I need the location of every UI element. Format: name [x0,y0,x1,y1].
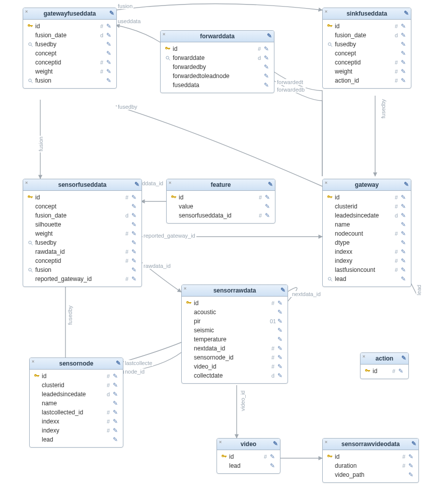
pencil-icon[interactable]: ✎ [106,31,113,40]
pencil-icon[interactable]: ✎ [131,220,138,229]
column-row[interactable]: id#✎ [25,193,139,202]
column-row[interactable]: pir01✎ [184,317,286,326]
pencil-icon[interactable]: ✎ [131,238,138,247]
pencil-icon[interactable]: ✎ [270,461,277,470]
pencil-icon[interactable]: ✎ [113,435,120,444]
column-row[interactable]: id#✎ [32,372,121,381]
column-row[interactable]: indexy#✎ [325,256,409,265]
column-row[interactable]: concept✎ [25,202,139,211]
column-row[interactable]: indexx#✎ [32,417,121,426]
pencil-icon[interactable]: ✎ [277,353,284,362]
pencil-icon[interactable]: ✎ [401,211,408,220]
close-icon[interactable]: × [219,440,222,445]
table-header[interactable]: × action ✎ [361,353,408,365]
pencil-icon[interactable]: ✎ [131,274,138,283]
pencil-icon[interactable]: ✎ [131,265,138,274]
column-row[interactable]: concept✎ [25,49,114,58]
close-icon[interactable]: × [169,180,171,185]
column-row[interactable]: forwarddated✎ [163,53,272,62]
table-action[interactable]: × action ✎ id#✎ [360,352,409,379]
pencil-icon[interactable]: ✎ [277,326,284,335]
pencil-icon[interactable]: ✎ [113,372,120,381]
column-row[interactable]: forwardedtoleadnode✎ [163,71,272,81]
table-header[interactable]: × sinkfuseddata ✎ [323,8,411,20]
column-row[interactable]: dtype✎ [325,238,409,247]
column-row[interactable]: conceptid#✎ [25,256,139,265]
table-header[interactable]: × sensornode ✎ [30,358,123,370]
pencil-icon[interactable]: ✎ [280,286,286,294]
pencil-icon[interactable]: ✎ [106,49,113,58]
pencil-icon[interactable]: ✎ [116,359,121,367]
column-row[interactable]: conceptid#✎ [325,58,409,67]
column-row[interactable]: reported_gateway_id#✎ [25,274,139,283]
pencil-icon[interactable]: ✎ [401,49,408,58]
pencil-icon[interactable]: ✎ [131,211,138,220]
pencil-icon[interactable]: ✎ [131,193,138,202]
pencil-icon[interactable]: ✎ [401,193,408,202]
pencil-icon[interactable]: ✎ [401,40,408,49]
pencil-icon[interactable]: ✎ [113,417,120,426]
pencil-icon[interactable]: ✎ [401,67,408,76]
pencil-icon[interactable]: ✎ [265,193,272,202]
table-forwarddata[interactable]: × forwarddata ✎ id#✎forwarddated✎forward… [160,30,274,93]
pencil-icon[interactable]: ✎ [277,371,284,380]
table-header[interactable]: × sensorfuseddata ✎ [23,179,141,191]
table-feature[interactable]: × feature ✎ id#✎value✎sensorfuseddata_id… [166,179,275,224]
column-row[interactable]: sensornode_id#✎ [184,353,286,362]
column-row[interactable]: fusion✎ [25,265,139,274]
close-icon[interactable]: × [163,32,165,37]
column-row[interactable]: fusion✎ [25,76,114,85]
close-icon[interactable]: × [363,354,365,359]
pencil-icon[interactable]: ✎ [401,76,408,85]
pencil-icon[interactable]: ✎ [267,32,272,39]
pencil-icon[interactable]: ✎ [106,67,113,76]
close-icon[interactable]: × [25,9,28,14]
pencil-icon[interactable]: ✎ [109,10,114,17]
pencil-icon[interactable]: ✎ [401,265,408,274]
table-sinkfuseddata[interactable]: × sinkfuseddata ✎ id#✎fusion_dated✎fused… [322,8,411,89]
column-row[interactable]: id#✎ [325,193,409,202]
column-row[interactable]: lead✎ [219,461,278,470]
pencil-icon[interactable]: ✎ [401,58,408,67]
pencil-icon[interactable]: ✎ [277,344,284,353]
column-row[interactable]: fusedby✎ [25,238,139,247]
column-row[interactable]: lead✎ [32,435,121,444]
column-row[interactable]: fuseddata✎ [163,81,272,90]
column-row[interactable]: collectdated✎ [184,371,286,380]
pencil-icon[interactable]: ✎ [131,247,138,256]
column-row[interactable]: concept✎ [325,49,409,58]
column-row[interactable]: conceptid#✎ [25,58,114,67]
pencil-icon[interactable]: ✎ [401,229,408,238]
column-row[interactable]: video_id#✎ [184,362,286,371]
column-row[interactable]: id#✎ [219,452,278,461]
close-icon[interactable]: × [32,359,34,364]
column-row[interactable]: indexy#✎ [32,426,121,435]
pencil-icon[interactable]: ✎ [401,202,408,211]
column-row[interactable]: id#✎ [184,299,286,308]
column-row[interactable]: clusterid#✎ [32,381,121,390]
column-row[interactable]: id#✎ [325,22,409,31]
column-row[interactable]: nextdata_id#✎ [184,344,286,353]
close-icon[interactable]: × [325,440,327,445]
pencil-icon[interactable]: ✎ [131,202,138,211]
column-row[interactable]: fusion_dated✎ [25,31,114,40]
column-row[interactable]: video_path✎ [325,470,416,479]
pencil-icon[interactable]: ✎ [268,181,273,188]
pencil-icon[interactable]: ✎ [131,229,138,238]
pencil-icon[interactable]: ✎ [264,81,271,90]
column-row[interactable]: indexx#✎ [325,247,409,256]
column-row[interactable]: clusterid#✎ [325,202,409,211]
pencil-icon[interactable]: ✎ [401,256,408,265]
column-row[interactable]: duration#✎ [325,461,416,470]
column-row[interactable]: value✎ [169,202,273,211]
column-row[interactable]: fusedby✎ [25,40,114,49]
pencil-icon[interactable]: ✎ [277,299,284,308]
pencil-icon[interactable]: ✎ [131,256,138,265]
column-row[interactable]: seismic✎ [184,326,286,335]
pencil-icon[interactable]: ✎ [401,247,408,256]
table-sensorfuseddata[interactable]: × sensorfuseddata ✎ id#✎concept✎fusion_d… [23,179,142,287]
table-header[interactable]: × feature ✎ [167,179,275,191]
column-row[interactable]: rawdata_id#✎ [25,247,139,256]
pencil-icon[interactable]: ✎ [134,181,139,188]
pencil-icon[interactable]: ✎ [277,308,284,317]
